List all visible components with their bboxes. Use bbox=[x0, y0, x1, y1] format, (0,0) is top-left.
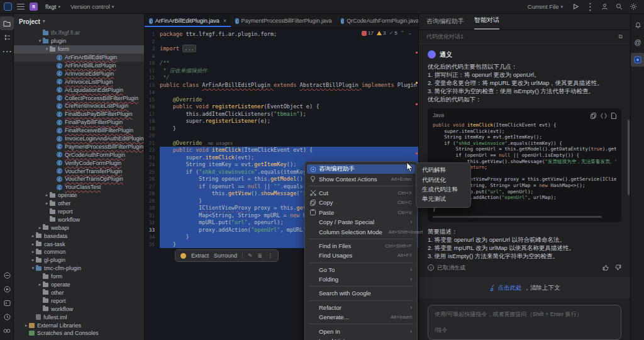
tree-item-form[interactable]: form bbox=[14, 273, 144, 281]
new-file-icon[interactable] bbox=[611, 113, 616, 119]
code-horizontal-scrollbar[interactable] bbox=[433, 216, 602, 218]
vcs-widget[interactable]: Version control▾ bbox=[68, 2, 116, 11]
code-line[interactable]: 14 bbox=[145, 89, 418, 96]
tree-item-paymentprocessbillfilterplugin[interactable]: CPaymentProcessBillFilterPlugin bbox=[14, 142, 144, 150]
tree-chevron-icon[interactable]: ▾ bbox=[37, 38, 43, 43]
app-logo-icon[interactable] bbox=[4, 3, 12, 11]
copy-code-icon[interactable] bbox=[591, 113, 596, 119]
menu-item-cut[interactable]: CutCtrl+X bbox=[305, 188, 417, 198]
code-line[interactable]: 4 bbox=[145, 53, 418, 60]
menu-item-show-context-actions[interactable]: Show Context ActionsAlt+Enter bbox=[305, 174, 417, 183]
selection-action-toolbar[interactable]: Extract Surround ✎ ≣ ⋮ bbox=[175, 249, 279, 262]
tree-item-operate[interactable]: ▸operate bbox=[14, 281, 144, 289]
tree-item-basedata[interactable]: ▸basedata bbox=[14, 232, 144, 240]
list-icon[interactable]: ≣ bbox=[258, 252, 263, 259]
inspections-widget[interactable]: 17 3 ✓5 ⌃⌄ bbox=[362, 30, 412, 36]
more-actions-icon[interactable]: ⋮ bbox=[586, 3, 594, 11]
more-tools-icon[interactable]: ⋯ bbox=[0, 44, 14, 58]
tree-item-tfx.lfxgf.fi.ar[interactable]: tfx.lfxgf.fi.ar bbox=[14, 29, 144, 37]
tree-item-verifycodeformplugin[interactable]: CVerifyCodeFormPlugin bbox=[14, 159, 144, 167]
menu-item-find-in-files[interactable]: Find in FilesCtrl+Shift+F bbox=[305, 241, 417, 251]
extract-action[interactable]: Extract bbox=[191, 252, 209, 259]
tree-chevron-icon[interactable]: ▸ bbox=[23, 323, 29, 328]
tree-item-finalbuspaybillfilterplugin[interactable]: CFinalBusPayBillFilterPlugin bbox=[14, 110, 144, 118]
tree-item-scratches and consoles[interactable]: Scratches and Consoles bbox=[14, 329, 144, 337]
open-in-editor-icon[interactable]: ⧉ bbox=[619, 33, 623, 40]
code-line[interactable]: 12 */ bbox=[145, 74, 418, 82]
debug-tool-icon[interactable] bbox=[0, 310, 14, 324]
tree-item-webapi[interactable]: ▸webapi bbox=[14, 224, 144, 232]
editor-tab-qrcodeauthformplugin-java[interactable]: CQrCodeAuthFormPlugin.java bbox=[336, 14, 424, 27]
tree-item-vouchertransferplugin[interactable]: CVoucherTransferPlugin bbox=[14, 167, 144, 175]
tree-item-tmc-cfm-plugin[interactable]: ▾tmc-cfm-plugin bbox=[14, 264, 144, 273]
tree-item-common[interactable]: ▸common bbox=[14, 248, 144, 256]
user-icon[interactable] bbox=[601, 3, 609, 11]
tree-item-arliquidationeditplugin[interactable]: CArLiquidationEditPlugin bbox=[14, 86, 144, 94]
code-line[interactable]: 16 public void registerListener(EventObj… bbox=[145, 103, 418, 111]
tree-item-other[interactable]: ▸other bbox=[14, 200, 144, 208]
menu-item-go-to[interactable]: Go To› bbox=[305, 265, 417, 275]
submenu-item-代码解释[interactable]: 代码解释 bbox=[416, 166, 470, 175]
tree-item-workflow[interactable]: workflow bbox=[14, 215, 144, 224]
project-tool-icon[interactable] bbox=[0, 16, 14, 30]
tree-item-arfinarbilllistplugin[interactable]: CArFinArBillListPlugin bbox=[14, 62, 144, 70]
code-line[interactable]: 23 super.itemClick(evt); bbox=[145, 154, 418, 162]
code-line[interactable]: 11 * 应收单编辑插件 bbox=[145, 67, 418, 75]
menu-item-paste[interactable]: PasteCtrl+V bbox=[305, 208, 417, 217]
edit-icon[interactable]: ✎ bbox=[248, 252, 253, 259]
settings-gear-icon[interactable] bbox=[630, 3, 638, 11]
services-tool-icon[interactable] bbox=[0, 282, 14, 296]
mention-at-icon[interactable]: @ bbox=[631, 35, 644, 49]
tree-item-fullest.iml[interactable]: fullest.iml bbox=[14, 313, 144, 321]
project-panel-header[interactable]: Project▾ bbox=[14, 14, 144, 29]
tree-item-other[interactable]: other bbox=[14, 289, 144, 297]
code-line[interactable]: 18 super.registerListener(e); bbox=[145, 118, 418, 125]
tree-item-workflow[interactable]: workflow bbox=[14, 305, 144, 313]
tree-item-arinvoicelistplugin[interactable]: CArInvoiceListPlugin bbox=[14, 77, 144, 86]
menu-item-local-history[interactable]: Local History› bbox=[305, 336, 417, 340]
code-line[interactable]: 17 this.addItemClickListeners("tbmain"); bbox=[145, 111, 418, 118]
menu-item--[interactable]: 咨询编程助手› bbox=[307, 164, 415, 174]
menu-item-column-selection-mode[interactable]: Column Selection ModeAlt+Shift+Insert bbox=[305, 227, 417, 236]
code-line[interactable]: 15 @Override bbox=[145, 96, 418, 104]
submenu-item-单元测试[interactable]: 单元测试 bbox=[416, 195, 470, 204]
tree-chevron-icon[interactable]: ▸ bbox=[44, 193, 50, 198]
thumbs-up-icon[interactable] bbox=[602, 264, 609, 271]
tree-item-external libraries[interactable]: ▸External Libraries bbox=[14, 321, 144, 329]
submenu-item-生成代码注释[interactable]: 生成代码注释 bbox=[416, 185, 470, 195]
tree-chevron-icon[interactable]: ▸ bbox=[30, 234, 36, 239]
tree-chevron-icon[interactable]: ▾ bbox=[30, 266, 36, 271]
more-icon[interactable]: ⋮ bbox=[267, 252, 273, 259]
menu-item-folding[interactable]: Folding› bbox=[305, 275, 417, 284]
tree-item-finalpaybillfilterplugin[interactable]: CFinalPayBillFilterPlugin bbox=[14, 118, 144, 127]
project-switcher[interactable]: flxgt▾ bbox=[43, 2, 63, 11]
commit-tool-icon[interactable] bbox=[0, 30, 14, 44]
tree-item-arfinarbilleditplugin[interactable]: CArFinArBillEditPlugin bbox=[14, 54, 144, 62]
main-menu-icon[interactable] bbox=[17, 4, 25, 9]
assistant-tab-智能对话[interactable]: 智能对话 bbox=[474, 16, 499, 30]
menu-item-open-in[interactable]: Open In› bbox=[305, 326, 417, 336]
notifications-bell-icon[interactable] bbox=[631, 18, 644, 31]
menu-item-search-with-google[interactable]: Search with Google bbox=[305, 288, 417, 298]
code-line[interactable]: 21 @Override no usages bbox=[145, 140, 418, 147]
code-line[interactable]: 13public class ArFinArBillEditPlugin ext… bbox=[145, 82, 418, 89]
tree-chevron-icon[interactable]: ▸ bbox=[30, 249, 36, 254]
code-line[interactable]: 10/** bbox=[145, 60, 418, 67]
vcs-tool-icon[interactable] bbox=[0, 324, 14, 337]
tree-item-collectprocessbillfilterplugin[interactable]: CCollectProcessBillFilterPlugin bbox=[14, 94, 144, 102]
tree-chevron-icon[interactable]: ▸ bbox=[37, 225, 43, 230]
tree-item-crerentinvoicelistplugin[interactable]: CCreRentInvoiceListPlugin bbox=[14, 102, 144, 110]
tree-item-yourclasstest[interactable]: CYourClassTest bbox=[14, 183, 144, 191]
code-line[interactable]: 20 bbox=[145, 132, 418, 140]
tree-item-gl-plugin[interactable]: ▸gl-plugin bbox=[14, 256, 144, 264]
assistant-tab-咨询编程助手[interactable]: 咨询编程助手 bbox=[426, 17, 464, 30]
run-icon[interactable] bbox=[572, 3, 580, 11]
code-line[interactable]: 22 public void itemClick(ItemClickEvent … bbox=[145, 147, 418, 154]
tree-item-cas-task[interactable]: ▸cas-task bbox=[14, 240, 144, 248]
code-line[interactable]: 3import ... bbox=[145, 45, 418, 53]
chat-input[interactable]: 使用/可唤起快捷指令，或者直接提问（Shift + Enter 换行） /指令 bbox=[428, 305, 621, 340]
thumbs-down-icon[interactable] bbox=[615, 264, 621, 271]
tree-item-plugin[interactable]: ▾plugin bbox=[14, 37, 144, 45]
menu-item-copy-paste-special[interactable]: Copy / Paste Special› bbox=[305, 217, 417, 227]
menu-item-find-usages[interactable]: Find UsagesAlt+F7 bbox=[305, 251, 417, 260]
